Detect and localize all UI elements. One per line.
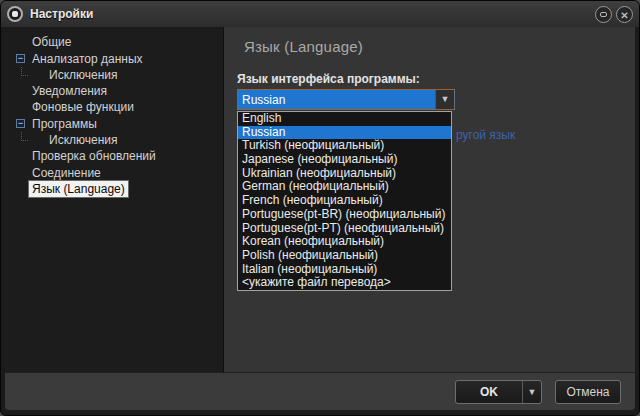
sidebar-item-label: Уведомления <box>29 83 110 99</box>
sidebar-item-label: Фоновые функции <box>29 99 137 115</box>
cancel-button[interactable]: Отмена <box>555 380 621 404</box>
sidebar-item[interactable]: −Программы <box>5 116 223 132</box>
close-icon: ✕ <box>617 8 632 23</box>
page-title: Язык (Language) <box>244 38 363 55</box>
dropdown-option[interactable]: Italian (неофициальный) <box>238 263 451 277</box>
sidebar-item[interactable]: Исключения <box>5 132 223 148</box>
sidebar-item[interactable]: Проверка обновлений <box>5 148 223 164</box>
close-button[interactable]: ✕ <box>616 6 633 23</box>
language-combobox[interactable]: Russian ▼ <box>237 89 455 110</box>
sidebar-item[interactable]: Уведомления <box>5 83 223 99</box>
app-icon <box>7 6 23 22</box>
sidebar-item[interactable]: Фоновые функции <box>5 99 223 115</box>
content-area: Общие−Анализатор данныхИсключенияУведомл… <box>5 27 635 372</box>
settings-tree: Общие−Анализатор данныхИсключенияУведомл… <box>5 27 224 372</box>
combobox-value: Russian <box>238 93 435 107</box>
dropdown-option[interactable]: Korean (неофициальный) <box>238 235 451 249</box>
restore-icon <box>600 12 607 17</box>
sidebar-item-label: Общие <box>29 34 74 50</box>
dropdown-option[interactable]: Japanese (неофициальный) <box>238 153 451 167</box>
dropdown-option[interactable]: Ukrainian (неофициальный) <box>238 167 451 181</box>
dropdown-option[interactable]: Portuguese(pt-BR) (неофициальный) <box>238 208 451 222</box>
window-title: Настройки <box>30 7 591 21</box>
chevron-down-icon[interactable]: ▼ <box>435 90 454 109</box>
ok-button-label: OK <box>456 385 522 399</box>
dropdown-option[interactable]: French (неофициальный) <box>238 194 451 208</box>
cancel-button-label: Отмена <box>566 385 609 399</box>
collapse-icon[interactable]: − <box>16 119 25 128</box>
dropdown-option[interactable]: Turkish (неофициальный) <box>238 139 451 153</box>
settings-window: Настройки ✕ Общие−Анализатор данныхИсклю… <box>0 0 640 416</box>
sidebar-item-label: Соединение <box>29 165 104 181</box>
sidebar-item-label: Проверка обновлений <box>29 148 159 164</box>
sidebar-item[interactable]: −Анализатор данных <box>5 51 223 67</box>
footer-bar: OK ▼ Отмена <box>5 372 635 410</box>
sidebar-item-label: Программы <box>29 116 100 132</box>
sidebar-item-label: Анализатор данных <box>29 51 146 67</box>
dropdown-option[interactable]: Russian <box>238 126 451 140</box>
dropdown-option[interactable]: <укажите файл перевода> <box>238 276 451 290</box>
collapse-icon[interactable]: − <box>16 54 25 63</box>
ok-button[interactable]: OK ▼ <box>455 380 542 404</box>
ok-dropdown-arrow-icon[interactable]: ▼ <box>522 381 541 403</box>
sidebar-item-label: Исключения <box>46 67 121 83</box>
dropdown-option[interactable]: Polish (неофициальный) <box>238 249 451 263</box>
language-settings-panel: Язык (Language) Язык интерфейса программ… <box>224 27 635 372</box>
other-language-link[interactable]: ругой язык <box>456 128 515 142</box>
restore-button[interactable] <box>595 6 612 23</box>
sidebar-item[interactable]: Исключения <box>5 67 223 83</box>
sidebar-item[interactable]: Язык (Language) <box>5 181 223 197</box>
sidebar-item[interactable]: Соединение <box>5 165 223 181</box>
interface-language-label: Язык интерфейса программы: <box>237 72 420 86</box>
window-titlebar[interactable]: Настройки ✕ <box>1 1 639 27</box>
sidebar-item[interactable]: Общие <box>5 34 223 50</box>
language-dropdown-list: EnglishRussianTurkish (неофициальный)Jap… <box>237 111 452 291</box>
dropdown-option[interactable]: Portuguese(pt-PT) (неофициальный) <box>238 222 451 236</box>
sidebar-item-label: Исключения <box>46 132 121 148</box>
sidebar-item-label: Язык (Language) <box>29 181 128 197</box>
dropdown-option[interactable]: English <box>238 112 451 126</box>
dropdown-option[interactable]: German (неофициальный) <box>238 180 451 194</box>
